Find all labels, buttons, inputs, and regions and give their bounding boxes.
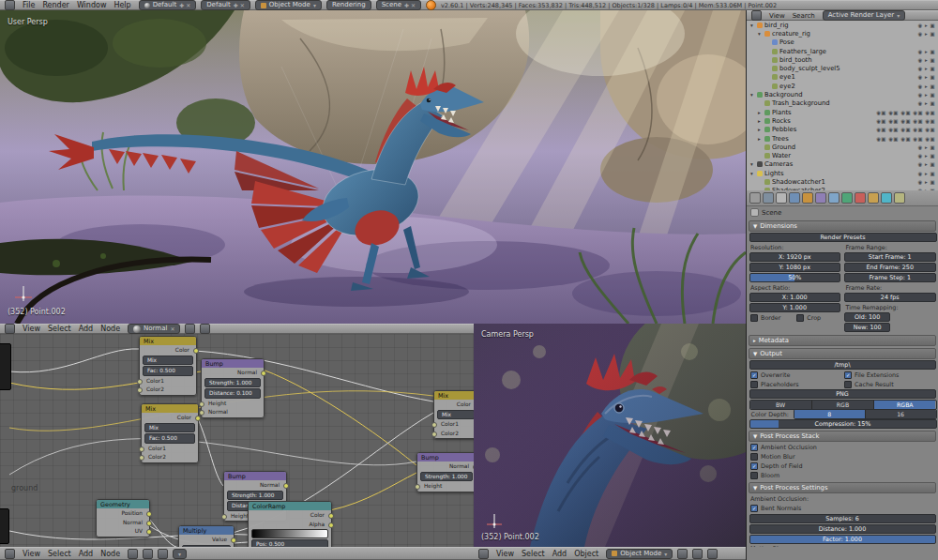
checkbox[interactable] (750, 444, 758, 451)
outliner-item-label[interactable]: bird_tooth (779, 56, 812, 64)
restriction-toggle-icons[interactable]: ◉ ▸ ▣ (918, 171, 938, 176)
section-header-dimensions[interactable]: ▼Dimensions (749, 220, 936, 232)
color-depth-button[interactable]: 16 (866, 410, 936, 418)
menu-item[interactable]: Help (111, 1, 133, 9)
shader-node[interactable]: Mix ColorMixFac: 0.500Color1Color2 (139, 336, 197, 396)
view3d-menu-item[interactable]: Select (519, 550, 548, 558)
node-socket-row[interactable]: Strength: 1.000 (204, 378, 261, 388)
section-header-pp-settings[interactable]: ▼Post Process Settings (749, 482, 936, 493)
outliner-item-label[interactable]: creature_rig (772, 30, 810, 38)
expander-icon[interactable]: ▾ (749, 23, 755, 28)
view3d-menu-item[interactable]: Object (571, 550, 601, 558)
shader-node[interactable]: Geometry PositionNormalUV (96, 499, 150, 537)
node-header[interactable]: Bump (417, 453, 475, 462)
node-socket-row[interactable]: Multiply (182, 545, 231, 548)
restriction-toggle-icons[interactable]: ◉ ▸ ▣ (918, 23, 938, 28)
property-row[interactable]: New: 100 (844, 323, 890, 332)
shader-node[interactable]: Bump NormalStrength: 1.000Height (416, 452, 475, 492)
property-row[interactable]: Start Frame: 1 (844, 252, 936, 262)
node-menu-item[interactable]: Node (98, 325, 123, 333)
expander-icon[interactable]: ▾ (756, 31, 763, 37)
layout-selector[interactable]: Default✚ ✕ (139, 0, 197, 10)
shader-node[interactable]: Multiply ValueMultiplyValue: 0.500Value (178, 525, 234, 547)
property-row[interactable]: Time Remapping: (844, 303, 937, 312)
node-menu-item[interactable]: Add (76, 325, 97, 333)
node-header[interactable]: Multiply (179, 526, 234, 535)
properties-tab-icon[interactable] (868, 192, 879, 204)
shader-node[interactable]: ColorRamp ColorAlphaPos: 0.500Fac (248, 501, 332, 547)
restriction-toggle-icons[interactable]: ◉ ▸ ▣ (918, 57, 938, 63)
outliner-row[interactable]: Pose (747, 38, 938, 47)
checkbox[interactable] (750, 462, 758, 470)
outliner-item-label[interactable]: Cameras (764, 160, 793, 168)
node-socket-row[interactable] (251, 529, 328, 538)
restriction-toggle-icons[interactable]: ◉ ▸ ▣ (918, 161, 938, 167)
section-header-output[interactable]: ▼Output (749, 348, 936, 359)
render-presets-dropdown[interactable]: Render Presets (749, 233, 937, 242)
checkbox[interactable] (844, 381, 852, 388)
shader-type-icon[interactable] (185, 324, 195, 334)
outliner-item-label[interactable]: Water (772, 152, 791, 159)
node-footer-menu-item[interactable]: Add (76, 550, 97, 558)
shader-node[interactable]: Mix ColorMixFac: 0.500Color1Color2 (141, 403, 199, 463)
checkbox[interactable] (796, 314, 804, 322)
property-row[interactable]: Y: 1.000 (749, 303, 841, 312)
property-row[interactable]: End Frame: 250 (844, 263, 936, 272)
node-socket-row[interactable]: Color1 (437, 420, 475, 429)
node-socket-row[interactable]: Strength: 1.000 (420, 472, 473, 482)
node-socket-row[interactable]: Value (182, 536, 231, 544)
outliner-row[interactable]: eye1 ◉ ▸ ▣ (747, 73, 938, 82)
engine-selector[interactable]: Rendering (326, 0, 371, 10)
node-socket-row[interactable]: Color2 (143, 386, 193, 394)
node-socket-row[interactable]: Alpha (251, 521, 328, 529)
node-header[interactable]: Mix (434, 391, 475, 400)
properties-tab-icon[interactable] (881, 192, 892, 204)
node-socket-row[interactable]: Pos: 0.500 (251, 539, 328, 547)
compression-slider[interactable]: Compression: 15% (749, 419, 937, 429)
outliner-item-label[interactable]: Rocks (772, 117, 791, 125)
camera-viewport[interactable]: Camera Persp (352) Point.002 (474, 324, 747, 547)
expander-icon[interactable]: ▾ (749, 161, 755, 167)
outliner-row[interactable]: ▾ creature_rig ◉ ▸ ▣ (747, 29, 938, 38)
restriction-toggle-icons[interactable]: ◉ ▸ ▣ (918, 49, 938, 54)
menu-item[interactable]: Render (39, 1, 71, 9)
editor-type-icon[interactable] (5, 0, 15, 10)
properties-tab-icon[interactable] (789, 192, 800, 204)
node-socket-row[interactable]: Height (204, 400, 261, 408)
restriction-toggle-icons[interactable]: ◉ ▸ ▣ (918, 153, 938, 159)
node-socket-row[interactable]: Color1 (143, 377, 193, 386)
node-socket-row[interactable]: Mix (144, 423, 195, 433)
node-socket-row[interactable]: Normal (227, 481, 283, 490)
restriction-toggle-icons[interactable]: ◉ ▸ ▣ (918, 92, 938, 98)
shader-node[interactable]: Mix ColorMixColor1Color2 (433, 390, 475, 439)
property-row[interactable]: Border (749, 313, 794, 323)
mode-selector[interactable]: Object Mode▾ (255, 0, 322, 10)
outliner-item-label[interactable]: Trash_background (772, 99, 830, 107)
outliner-menu-item[interactable]: View (766, 12, 788, 20)
output-row[interactable]: File Extensions (842, 371, 936, 380)
section-header-pp-stack[interactable]: ▼Post Process Stack (749, 431, 936, 442)
node-socket-row[interactable]: Mix (143, 356, 193, 366)
node-menu-item[interactable]: View (20, 325, 43, 333)
expander-icon[interactable]: ▸ (756, 136, 763, 142)
outliner-row[interactable]: Trash_background ◉ ▸ ▣ (747, 99, 938, 108)
restriction-toggle-icons[interactable]: ◉ ▸ ▣ (918, 31, 938, 37)
color-depth-button[interactable]: 8 (794, 410, 866, 418)
property-row[interactable]: Y: 1080 px (749, 263, 841, 272)
pp-settings-row[interactable]: Ambient Occlusion: (749, 494, 936, 504)
outliner-row[interactable]: ▾ Cameras ◉ ▸ ▣ (747, 160, 938, 169)
node-socket-row[interactable]: Color2 (437, 430, 475, 438)
output-row[interactable]: /tmp\ (749, 360, 936, 370)
pp-stack-row[interactable]: Depth of Field (749, 462, 936, 471)
offscreen-node[interactable] (0, 508, 9, 544)
node-socket-row[interactable]: Normal (204, 369, 261, 377)
property-row[interactable]: Resolution: (749, 243, 841, 252)
node-socket-row[interactable]: Height (420, 482, 473, 491)
checkbox[interactable] (750, 314, 758, 322)
outliner-row[interactable]: Ground ◉ ▸ ▣ (747, 143, 938, 151)
property-row[interactable]: Frame Step: 1 (844, 273, 936, 282)
node-footer-menu-item[interactable]: Node (98, 550, 123, 558)
node-header[interactable]: Geometry (97, 500, 149, 508)
restriction-toggle-icons[interactable]: ◉▣ ◉▣ ◉▣ ◉▣ ◉▣ (876, 127, 938, 132)
expander-icon[interactable]: ▾ (749, 171, 755, 176)
